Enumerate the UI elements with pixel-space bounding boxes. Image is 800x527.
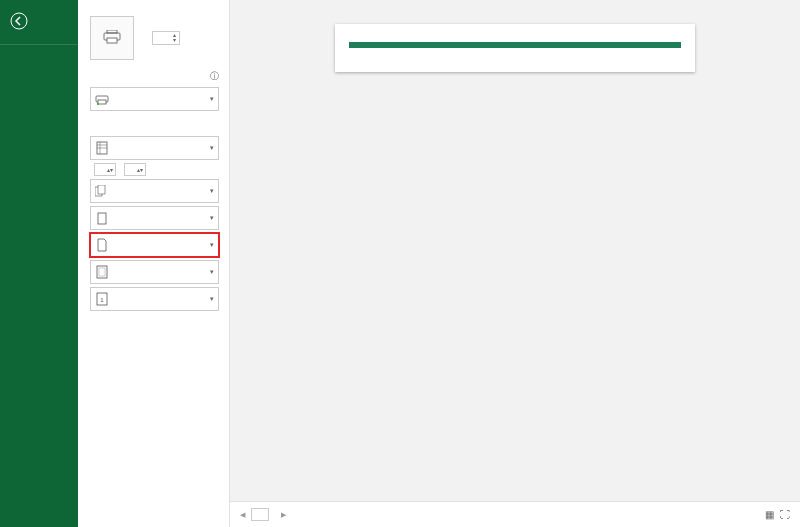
nav-separator [0, 44, 78, 45]
chevron-down-icon: ▾ [210, 187, 214, 195]
margins-icon [95, 264, 109, 280]
margins-dropdown[interactable]: ▾ [90, 260, 219, 284]
svg-rect-13 [98, 213, 106, 224]
backstage-sidebar [0, 0, 78, 527]
table-title [349, 42, 681, 48]
chevron-down-icon: ▾ [210, 295, 214, 303]
print-what-dropdown[interactable]: ▾ [90, 136, 219, 160]
zoom-to-page-button[interactable]: ⛶ [780, 509, 790, 520]
sheets-icon [95, 140, 109, 156]
paper-size-dropdown[interactable]: ▾ [90, 233, 219, 257]
printer-dropdown[interactable]: ▾ [90, 87, 219, 111]
back-arrow[interactable] [0, 8, 78, 38]
svg-rect-12 [98, 185, 105, 194]
print-preview-area: ◀ ▶ ▦ ⛶ [230, 0, 800, 527]
svg-rect-15 [99, 268, 105, 276]
orientation-dropdown[interactable]: ▾ [90, 206, 219, 230]
print-settings-panel: ▴▾ ⓘ ▾ ▾ ▴▾ ▴▾ ▾ ▾ ▾ ▾ 1 [78, 0, 230, 527]
chevron-down-icon: ▾ [210, 214, 214, 222]
pager-bar: ◀ ▶ ▦ ⛶ [230, 501, 800, 527]
prev-page-button[interactable]: ◀ [240, 511, 245, 519]
portrait-icon [95, 210, 109, 226]
svg-rect-3 [107, 38, 117, 43]
collate-icon [95, 183, 109, 199]
scaling-dropdown[interactable]: 1 ▾ [90, 287, 219, 311]
show-margins-button[interactable]: ▦ [765, 509, 774, 520]
pages-to-input[interactable]: ▴▾ [124, 163, 146, 176]
pages-range: ▴▾ ▴▾ [90, 163, 219, 176]
page-icon [95, 237, 109, 253]
svg-rect-1 [107, 30, 117, 33]
chevron-down-icon: ▾ [210, 241, 214, 249]
svg-point-0 [11, 13, 27, 29]
printer-icon [95, 91, 109, 107]
collate-dropdown[interactable]: ▾ [90, 179, 219, 203]
page-number-input[interactable] [251, 508, 269, 521]
chevron-down-icon: ▾ [210, 95, 214, 103]
preview-page [335, 24, 695, 72]
svg-point-6 [97, 103, 99, 105]
pages-from-input[interactable]: ▴▾ [94, 163, 116, 176]
svg-text:1: 1 [100, 297, 104, 303]
copies-input[interactable]: ▴▾ [152, 31, 180, 45]
printer-header: ⓘ [90, 70, 219, 83]
info-icon[interactable]: ⓘ [210, 70, 219, 83]
print-button[interactable] [90, 16, 134, 60]
scaling-icon: 1 [95, 291, 109, 307]
chevron-down-icon: ▾ [210, 268, 214, 276]
svg-rect-5 [98, 100, 106, 104]
next-page-button[interactable]: ▶ [281, 511, 286, 519]
chevron-down-icon: ▾ [210, 144, 214, 152]
